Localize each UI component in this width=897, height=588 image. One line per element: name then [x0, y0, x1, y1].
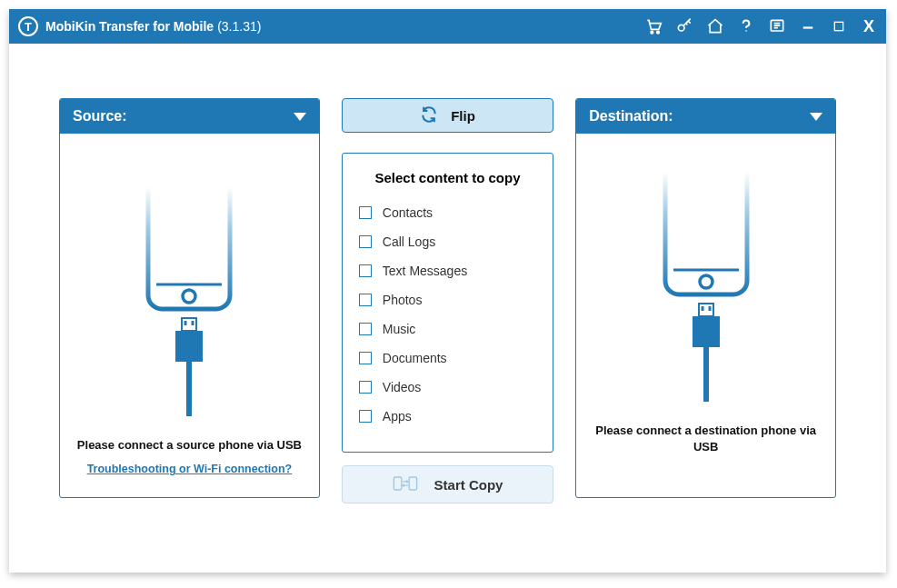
checkbox-icon[interactable]	[359, 410, 372, 423]
start-copy-button[interactable]: Start Copy	[342, 465, 553, 503]
svg-rect-10	[184, 321, 187, 325]
content-type-list: ContactsCall LogsText MessagesPhotosMusi…	[359, 198, 536, 431]
checkbox-icon[interactable]	[359, 235, 372, 248]
svg-point-2	[678, 25, 684, 31]
app-window: T MobiKin Transfer for Mobile (3.1.31)	[9, 9, 886, 573]
destination-message: Please connect a destination phone via U…	[585, 423, 826, 455]
svg-rect-9	[182, 318, 196, 331]
destination-panel: Destination:	[575, 98, 836, 498]
middle-column: Flip Select content to copy ContactsCall…	[342, 98, 553, 503]
content-type-label: Apps	[383, 409, 412, 424]
svg-point-8	[183, 290, 195, 303]
content-checkbox-row[interactable]: Videos	[359, 373, 536, 402]
content-type-label: Videos	[383, 380, 422, 394]
source-panel-header[interactable]: Source:	[60, 99, 319, 134]
dropdown-icon	[294, 113, 306, 121]
content-checkbox-row[interactable]: Apps	[359, 402, 536, 431]
source-message: Please connect a source phone via USB	[72, 437, 307, 453]
home-icon[interactable]	[706, 17, 724, 35]
title-icon-group: X	[644, 17, 877, 36]
content-checkbox-row[interactable]: Photos	[359, 285, 536, 314]
svg-rect-13	[186, 362, 192, 416]
flip-label: Flip	[451, 108, 475, 124]
app-title: MobiKin Transfer for Mobile	[45, 19, 214, 34]
app-logo-icon: T	[18, 16, 38, 36]
destination-panel-body: Please connect a destination phone via U…	[576, 134, 835, 497]
main-content: Source:	[9, 44, 886, 540]
svg-rect-14	[394, 477, 401, 490]
feedback-icon[interactable]	[768, 17, 786, 35]
source-panel: Source:	[59, 98, 320, 498]
checkbox-icon[interactable]	[359, 264, 372, 277]
svg-point-17	[700, 275, 713, 288]
destination-header-label: Destination:	[589, 108, 673, 125]
troubleshoot-link[interactable]: Troubleshooting or Wi-Fi connection?	[87, 463, 293, 475]
svg-rect-19	[701, 306, 703, 311]
refresh-icon	[420, 105, 438, 126]
svg-rect-22	[703, 347, 709, 402]
content-checkbox-row[interactable]: Call Logs	[359, 227, 536, 256]
svg-point-1	[657, 31, 660, 33]
checkbox-icon[interactable]	[359, 206, 372, 219]
content-checkbox-row[interactable]: Music	[359, 314, 536, 344]
phone-usb-icon	[643, 172, 770, 417]
svg-rect-12	[175, 331, 203, 362]
close-button[interactable]: X	[861, 17, 877, 36]
source-panel-body: Please connect a source phone via USB Tr…	[60, 134, 319, 497]
svg-rect-20	[708, 306, 711, 311]
svg-point-0	[651, 31, 653, 33]
source-header-label: Source:	[73, 108, 127, 125]
flip-button[interactable]: Flip	[342, 98, 553, 133]
start-copy-label: Start Copy	[434, 477, 503, 493]
app-version: (3.1.31)	[217, 19, 261, 34]
phone-usb-icon	[125, 186, 253, 432]
dropdown-icon	[810, 113, 822, 121]
maximize-button[interactable]	[830, 17, 848, 35]
content-type-label: Documents	[383, 351, 447, 365]
checkbox-icon[interactable]	[359, 381, 372, 394]
content-checkbox-row[interactable]: Contacts	[359, 198, 536, 227]
checkbox-icon[interactable]	[359, 352, 372, 364]
svg-rect-18	[699, 304, 713, 316]
svg-rect-6	[834, 22, 842, 30]
svg-point-3	[745, 30, 747, 32]
content-type-label: Music	[383, 322, 416, 336]
content-checkbox-row[interactable]: Documents	[359, 344, 536, 373]
title-bar: T MobiKin Transfer for Mobile (3.1.31)	[9, 9, 886, 44]
help-icon[interactable]	[737, 17, 755, 35]
content-type-label: Text Messages	[383, 264, 467, 278]
content-type-label: Call Logs	[383, 234, 435, 249]
transfer-icon	[393, 473, 418, 496]
checkbox-icon[interactable]	[359, 323, 372, 335]
cart-icon[interactable]	[644, 17, 663, 35]
svg-rect-11	[192, 321, 194, 325]
content-type-label: Contacts	[383, 205, 433, 220]
content-type-label: Photos	[383, 293, 423, 307]
content-select-box: Select content to copy ContactsCall Logs…	[342, 153, 553, 453]
svg-rect-21	[693, 316, 720, 347]
select-title: Select content to copy	[359, 170, 536, 185]
checkbox-icon[interactable]	[359, 294, 372, 306]
svg-rect-15	[409, 477, 416, 490]
key-icon[interactable]	[675, 17, 693, 35]
destination-panel-header[interactable]: Destination:	[576, 99, 835, 134]
content-checkbox-row[interactable]: Text Messages	[359, 256, 536, 285]
minimize-button[interactable]	[799, 17, 817, 35]
